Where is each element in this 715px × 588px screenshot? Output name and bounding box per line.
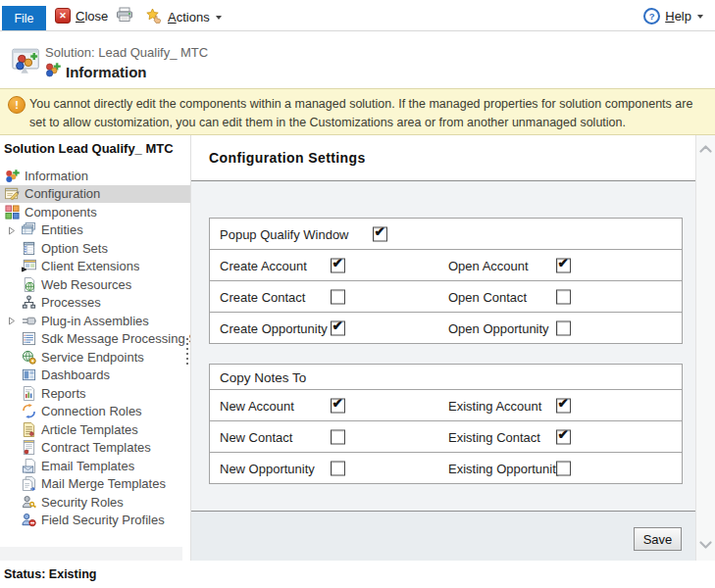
checkbox-label: Existing Account xyxy=(448,398,541,413)
expand-arrow-icon[interactable] xyxy=(8,317,16,325)
sidebar-item-label: Security Roles xyxy=(41,495,124,510)
close-label: Close xyxy=(76,9,108,24)
create-contact-checkbox[interactable] xyxy=(331,289,345,304)
sidebar-item-components[interactable]: Components xyxy=(0,203,190,221)
checkbox-label: Open Contact xyxy=(448,289,527,304)
sidebar-item-label: Web Resources xyxy=(41,277,131,292)
field-security-profiles-icon xyxy=(22,513,36,527)
web-resources-icon xyxy=(22,277,36,292)
status-text: Status: Existing xyxy=(0,561,715,581)
reports-icon xyxy=(22,386,36,401)
security-roles-icon xyxy=(22,495,36,510)
sidebar-item-dashboards[interactable]: Dashboards xyxy=(0,367,190,385)
sidebar-item-label: Connection Roles xyxy=(41,404,142,418)
help-menu-button[interactable]: ? Help xyxy=(643,8,703,24)
sidebar-item-plugin-assemblies[interactable]: Plug-in Assemblies xyxy=(0,312,190,330)
plugin-assemblies-icon xyxy=(22,314,36,328)
table-row: Create Opportunity Open Opportunity xyxy=(210,312,682,343)
sidebar-item-mail-merge-templates[interactable]: Mail Merge Templates xyxy=(0,475,190,494)
open-contact-checkbox[interactable] xyxy=(556,289,571,304)
sidebar-item-label: Service Endpoints xyxy=(41,350,144,365)
configuration-pane: Configuration Settings Popup Qualify Win… xyxy=(190,135,695,561)
sidebar-horizontal-scrollbar[interactable] xyxy=(0,547,182,561)
expand-arrow-icon[interactable] xyxy=(8,226,16,235)
components-icon xyxy=(5,205,20,220)
popup-qualify-window-checkbox[interactable] xyxy=(373,226,387,241)
sidebar-item-service-endpoints[interactable]: Service Endpoints xyxy=(0,348,190,367)
sidebar-item-label: Field Security Profiles xyxy=(41,513,165,527)
sidebar-item-article-templates[interactable]: Article Templates xyxy=(0,420,190,439)
sidebar-item-client-extensions[interactable]: Client Extensions xyxy=(0,258,190,276)
contract-templates-icon xyxy=(22,440,36,455)
open-account-checkbox[interactable] xyxy=(556,258,571,272)
checkbox-label: Existing Opportunity xyxy=(448,461,562,475)
file-tab[interactable]: File xyxy=(2,6,46,30)
table-row: New Contact Existing Contact xyxy=(210,420,682,452)
warning-message: You cannot directly edit the components … xyxy=(29,95,704,133)
new-account-checkbox[interactable] xyxy=(331,398,345,413)
sidebar-item-label: Option Sets xyxy=(41,241,108,256)
table-row: Create Contact Open Contact xyxy=(210,280,682,312)
checkbox-label: Open Account xyxy=(448,258,529,272)
vertical-scrollbar[interactable] xyxy=(695,135,715,561)
sidebar-item-sdk-message-processing[interactable]: Sdk Message Processing S... xyxy=(0,330,190,349)
article-templates-icon xyxy=(22,422,36,437)
sidebar-item-email-templates[interactable]: Email Templates xyxy=(0,457,190,475)
sidebar-item-security-roles[interactable]: Security Roles xyxy=(0,493,190,512)
checkbox-label: Open Opportunity xyxy=(448,320,549,335)
sidebar-item-configuration[interactable]: Configuration xyxy=(0,185,190,204)
open-opportunity-checkbox[interactable] xyxy=(556,320,571,335)
sidebar-item-entities[interactable]: Entities xyxy=(0,221,190,240)
sidebar-item-label: Email Templates xyxy=(41,459,134,473)
actions-star-icon xyxy=(146,8,163,26)
sdk-message-icon xyxy=(22,331,36,346)
create-opportunity-checkbox[interactable] xyxy=(331,320,345,335)
sidebar-item-label: Contract Templates xyxy=(41,440,151,455)
printer-icon xyxy=(116,7,133,25)
entities-icon xyxy=(22,222,36,237)
sidebar-item-field-security-profiles[interactable]: Field Security Profiles xyxy=(0,512,190,530)
solution-sidebar: Solution Lead Qualify_ MTC Information C… xyxy=(0,135,190,561)
existing-account-checkbox[interactable] xyxy=(556,398,571,413)
settings-table: Popup Qualify Window Create Account Open… xyxy=(209,218,683,344)
mail-merge-templates-icon xyxy=(22,476,36,491)
table-row: New Opportunity Existing Opportunity xyxy=(210,452,682,483)
help-icon: ? xyxy=(643,8,660,24)
close-icon: ✕ xyxy=(55,8,71,24)
actions-label: Actions xyxy=(168,10,210,24)
existing-opportunity-checkbox[interactable] xyxy=(556,461,571,475)
record-subtitle: Solution: Lead Qualify_ MTC xyxy=(45,45,208,60)
section-heading: Configuration Settings xyxy=(191,135,695,166)
sidebar-item-label: Client Extensions xyxy=(41,259,139,273)
print-button[interactable] xyxy=(116,7,133,25)
create-account-checkbox[interactable] xyxy=(331,258,345,272)
sidebar-item-label: Information xyxy=(25,169,88,183)
scroll-up-icon[interactable] xyxy=(699,145,712,153)
status-bar: Status: Existing xyxy=(0,561,715,588)
toolbar: File ✕ Close Actions ? Help xyxy=(0,0,715,31)
new-contact-checkbox[interactable] xyxy=(331,429,345,444)
table-row: Popup Qualify Window xyxy=(210,219,682,249)
sidebar-item-contract-templates[interactable]: Contract Templates xyxy=(0,439,190,458)
new-opportunity-checkbox[interactable] xyxy=(331,461,345,475)
existing-contact-checkbox[interactable] xyxy=(556,429,571,444)
sidebar-splitter-grip[interactable] xyxy=(186,338,188,365)
scroll-down-icon[interactable] xyxy=(699,541,712,549)
information-icon xyxy=(5,169,20,183)
sidebar-item-web-resources[interactable]: Web Resources xyxy=(0,275,190,294)
service-endpoints-icon xyxy=(22,350,36,365)
sidebar-item-label: Sdk Message Processing S... xyxy=(41,331,190,346)
sidebar-item-option-sets[interactable]: Option Sets xyxy=(0,239,190,258)
sidebar-item-information[interactable]: Information xyxy=(0,167,190,185)
sidebar-item-label: Processes xyxy=(41,295,101,310)
close-button[interactable]: ✕ Close xyxy=(55,8,108,24)
copy-notes-header: Copy Notes To xyxy=(220,369,306,384)
sidebar-item-processes[interactable]: Processes xyxy=(0,294,190,313)
sidebar-item-reports[interactable]: Reports xyxy=(0,384,190,403)
sidebar-item-connection-roles[interactable]: Connection Roles xyxy=(0,403,190,421)
actions-menu-button[interactable]: Actions xyxy=(146,8,222,26)
help-label: Help xyxy=(665,9,691,24)
option-sets-icon xyxy=(22,241,36,256)
save-button[interactable]: Save xyxy=(634,527,682,551)
sidebar-item-label: Components xyxy=(25,205,97,220)
